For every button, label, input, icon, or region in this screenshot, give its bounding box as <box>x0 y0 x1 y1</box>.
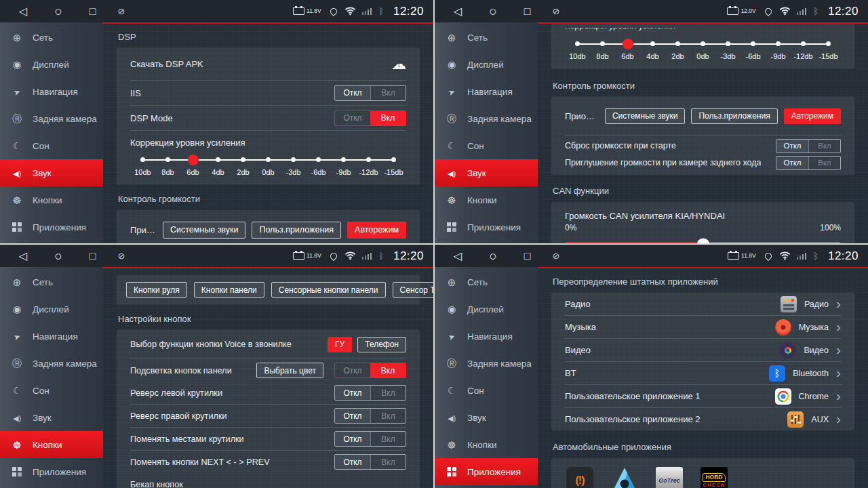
sidebar-item[interactable]: Дисплей <box>435 296 538 323</box>
toggle-on-option[interactable]: Вкл <box>370 86 406 100</box>
toggle-on-option[interactable]: Вкл <box>808 157 840 169</box>
back-button[interactable]: ◁ <box>19 251 27 262</box>
slider-thumb[interactable] <box>696 238 709 243</box>
sidebar-item[interactable]: Дисплей <box>0 296 103 323</box>
gain-slider-stop[interactable]: -6db <box>306 154 331 176</box>
home-button[interactable]: ○ <box>54 249 62 262</box>
toggle-on-option[interactable]: Вкл <box>370 111 406 125</box>
priority-system-sounds-button[interactable]: Системные звуки <box>605 108 685 124</box>
back-button[interactable]: ◁ <box>19 6 27 17</box>
priority-auto-mode-button[interactable]: Авторежим <box>784 108 841 124</box>
app-remap-row[interactable]: Пользовательское приложение 1 Chrome › <box>565 384 841 407</box>
toggle-on-option[interactable]: Вкл <box>370 386 406 400</box>
sidebar-item[interactable]: Сеть <box>435 24 538 51</box>
gain-slider-stop[interactable]: -15db <box>816 38 841 60</box>
gain-slider-stop[interactable]: -12db <box>791 38 816 60</box>
sidebar-item[interactable]: Сеть <box>0 268 103 296</box>
recents-button[interactable]: □ <box>524 251 531 262</box>
voice-headunit-button[interactable]: ГУ <box>328 337 352 352</box>
gain-slider-stop[interactable]: 8db <box>590 38 615 60</box>
sidebar-item[interactable]: Приложения <box>435 214 538 241</box>
toggle-off-option[interactable]: Откл <box>776 140 808 152</box>
gain-slider-stop[interactable]: -12db <box>356 154 381 176</box>
sidebar-item[interactable]: Задняя камера <box>435 105 538 132</box>
sidebar-item[interactable]: Звук <box>435 159 538 186</box>
sidebar-item[interactable]: Навигация <box>0 78 103 105</box>
toggle-on-option[interactable]: Вкл <box>808 140 840 152</box>
android-auto-app-icon[interactable] <box>611 467 638 488</box>
recents-button[interactable]: □ <box>90 251 96 262</box>
recents-button[interactable]: □ <box>90 6 96 17</box>
sidebar-item[interactable]: Кнопки <box>435 431 538 458</box>
obd-check-app-icon[interactable]: HOBD CHECK <box>701 467 728 488</box>
toggle-on-option[interactable]: Вкл <box>370 455 406 469</box>
screenshot-icon[interactable]: ⊘ <box>117 7 125 16</box>
cloud-download-icon[interactable]: ☁ <box>391 57 406 72</box>
toggle-off-option[interactable]: Откл <box>335 386 370 400</box>
sidebar-item[interactable]: Приложения <box>435 458 538 485</box>
toggle-off-option[interactable]: Откл <box>776 157 808 169</box>
touch-panel-buttons-tab[interactable]: Сенсорные кнопки панели <box>271 282 386 298</box>
sidebar-item[interactable]: Сон <box>0 377 103 404</box>
gain-slider-stop[interactable]: -6db <box>741 38 766 60</box>
back-button[interactable]: ◁ <box>454 6 462 17</box>
panel-buttons-tab[interactable]: Кнопки панели <box>194 282 264 298</box>
gain-slider-stop[interactable]: 4db <box>205 154 231 176</box>
priority-system-sounds-button[interactable]: Системные звуки <box>163 222 246 239</box>
sidebar-item[interactable]: Приложения <box>0 458 103 485</box>
home-button[interactable]: ○ <box>489 249 496 262</box>
tv-sensor-tab[interactable]: Сенсор ТВ (IO) <box>393 282 433 298</box>
priority-user-apps-button[interactable]: Польз.приложения <box>252 222 341 239</box>
priority-auto-mode-button[interactable]: Авторежим <box>347 222 406 239</box>
sidebar-item[interactable]: Задняя камера <box>0 350 103 377</box>
screenshot-icon[interactable]: ⊘ <box>552 251 559 260</box>
gain-slider-stop[interactable]: 4db <box>640 38 665 60</box>
toggle-off-option[interactable]: Откл <box>335 455 370 469</box>
toggle-on-option[interactable]: Вкл <box>370 363 406 378</box>
gain-slider[interactable]: 10db8db6db4db2db0db-3db-6db-9db-12db-15d… <box>130 154 406 176</box>
gain-slider-stop[interactable]: -9db <box>766 38 791 60</box>
gain-slider-stop[interactable]: -3db <box>281 154 306 176</box>
screenshot-icon[interactable]: ⊘ <box>552 7 559 16</box>
gain-slider-stop[interactable]: -3db <box>715 38 741 60</box>
home-button[interactable]: ○ <box>489 5 496 18</box>
gain-slider-stop[interactable]: 8db <box>155 154 180 176</box>
sidebar-item[interactable]: Дисплей <box>0 51 103 78</box>
toggle-off-option[interactable]: Откл <box>335 111 370 125</box>
gain-slider-stop[interactable]: -9db <box>331 154 356 176</box>
tpms-app-icon[interactable] <box>566 467 593 488</box>
sidebar-item[interactable]: Навигация <box>0 323 103 350</box>
can-volume-slider[interactable] <box>565 242 841 243</box>
gain-slider-stop[interactable]: 10db <box>565 38 590 60</box>
pick-color-button[interactable]: Выбрать цвет <box>256 363 323 378</box>
gain-slider-stop[interactable]: 2db <box>665 38 690 60</box>
sidebar-item[interactable]: Кнопки <box>435 186 538 214</box>
sidebar-item[interactable]: Задняя камера <box>0 105 103 132</box>
app-remap-row[interactable]: BT Bluetooth › <box>565 361 841 384</box>
sidebar-item[interactable]: Сон <box>435 132 538 159</box>
sidebar-item[interactable]: Звук <box>0 159 103 186</box>
sidebar-item[interactable]: Сеть <box>0 24 103 51</box>
gain-slider-stop[interactable]: 10db <box>130 154 155 176</box>
sidebar-item[interactable]: Кнопки <box>0 431 103 458</box>
app-remap-row[interactable]: Музыка Музыка › <box>565 315 841 338</box>
priority-user-apps-button[interactable]: Польз.приложения <box>691 108 777 124</box>
buttons-backup-row[interactable]: Бекап кнопок <box>130 473 406 488</box>
gain-slider-stop[interactable]: -15db <box>381 154 406 176</box>
sidebar-item[interactable]: Кнопки <box>0 186 103 214</box>
gain-slider[interactable]: 10db8db6db4db2db0db-3db-6db-9db-12db-15d… <box>565 38 841 60</box>
toggle-off-option[interactable]: Откл <box>335 86 370 100</box>
recents-button[interactable]: □ <box>524 6 531 17</box>
sidebar-item[interactable]: Звук <box>435 404 538 431</box>
gain-slider-stop[interactable]: 0db <box>690 38 715 60</box>
sidebar-item[interactable]: Приложения <box>0 214 103 241</box>
sidebar-item[interactable]: Навигация <box>435 78 538 105</box>
sidebar-item[interactable]: Задняя камера <box>435 350 538 377</box>
sidebar-item[interactable]: Сон <box>435 377 538 404</box>
sidebar-item[interactable]: Сон <box>0 132 103 159</box>
sidebar-item[interactable]: Звук <box>0 404 103 431</box>
voice-phone-button[interactable]: Телефон <box>357 337 406 352</box>
back-button[interactable]: ◁ <box>454 251 462 262</box>
app-remap-row[interactable]: Пользовательское приложение 2 AUX › <box>565 407 841 430</box>
app-remap-row[interactable]: Радио Радио › <box>565 293 841 315</box>
